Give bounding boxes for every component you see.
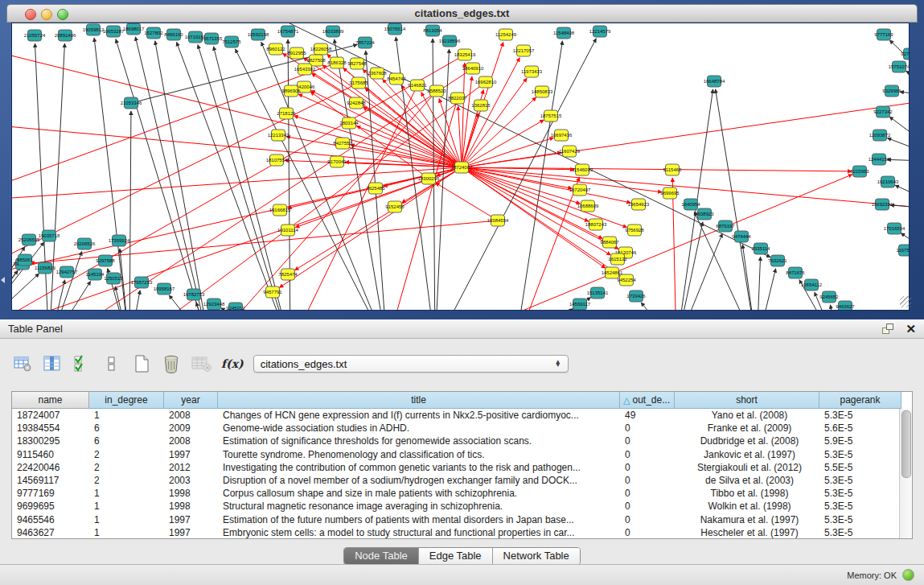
table-scrollbar-thumb[interactable] bbox=[901, 410, 911, 478]
graph-node[interactable]: 16754871 bbox=[277, 26, 299, 37]
table-row[interactable]: 1872400712008Changes of HCN gene express… bbox=[12, 409, 912, 422]
graph-node[interactable]: 20891406 bbox=[55, 30, 76, 41]
graph-node[interactable]: 20206526 bbox=[74, 238, 96, 249]
table-row[interactable]: 1456911722003Disruption of a novel membe… bbox=[12, 474, 912, 487]
graph-node[interactable]: 10958167 bbox=[154, 283, 175, 295]
graph-node[interactable]: 12923448 bbox=[203, 299, 225, 310]
graph-node[interactable]: 15076514 bbox=[384, 23, 406, 35]
graph-node[interactable]: 21055724 bbox=[24, 30, 46, 41]
graph-node[interactable]: 7632621 bbox=[768, 255, 787, 266]
graph-node[interactable]: 14569117 bbox=[569, 299, 591, 310]
column-header-out_de[interactable]: △ out_de... bbox=[620, 392, 675, 409]
graph-node[interactable]: 9227342 bbox=[873, 106, 893, 117]
column-header-pagerank[interactable]: pagerank bbox=[819, 392, 901, 409]
graph-node[interactable]: 1640954 bbox=[681, 199, 700, 210]
graph-node[interactable]: 25206505 bbox=[18, 234, 40, 245]
graph-node[interactable]: 1733426 bbox=[626, 290, 646, 302]
graph-node[interactable]: 8471676 bbox=[786, 267, 805, 278]
graph-node[interactable]: 10653287 bbox=[103, 26, 125, 37]
column-header-year[interactable]: year bbox=[164, 392, 218, 409]
graph-node[interactable]: 19218596 bbox=[439, 35, 461, 47]
graph-node[interactable]: 9245012 bbox=[226, 303, 245, 311]
graph-node[interactable]: 9242848 bbox=[347, 97, 366, 109]
graph-node[interactable]: 8466160 bbox=[164, 29, 183, 40]
delete-table-icon[interactable] bbox=[190, 353, 212, 374]
graph-node[interactable]: 21053346 bbox=[121, 97, 142, 109]
graph-node[interactable]: 10697436 bbox=[551, 130, 573, 141]
show-columns-icon[interactable] bbox=[41, 353, 64, 374]
graph-node[interactable]: 2718126 bbox=[277, 108, 296, 119]
graph-node[interactable]: 8938923 bbox=[695, 208, 714, 220]
table-scrollbar[interactable] bbox=[899, 409, 912, 538]
create-column-icon[interactable] bbox=[130, 353, 153, 374]
graph-node[interactable]: 2935114 bbox=[752, 243, 771, 254]
select-columns-icon[interactable] bbox=[71, 353, 93, 374]
close-panel-icon[interactable]: ✕ bbox=[906, 323, 916, 335]
graph-node[interactable]: 12444158 bbox=[869, 154, 890, 165]
graph-node[interactable]: 17359924 bbox=[109, 235, 130, 246]
table-row[interactable]: 1830029562008Estimation of significance … bbox=[12, 435, 912, 447]
graph-node[interactable]: 1145194 bbox=[86, 269, 105, 280]
graph-node[interactable]: 1362815 bbox=[471, 100, 491, 111]
graph-node[interactable]: 12214579 bbox=[589, 26, 611, 37]
graph-node[interactable]: 19654923 bbox=[628, 199, 650, 210]
graph-node[interactable]: 9699695 bbox=[660, 187, 680, 199]
window-resize-grip[interactable] bbox=[900, 296, 911, 307]
graph-node[interactable]: 19384554 bbox=[487, 215, 509, 226]
graph-node[interactable]: 1167533 bbox=[897, 245, 910, 256]
graph-node[interactable]: 9152450 bbox=[385, 201, 405, 212]
graph-node[interactable]: 11546093 bbox=[572, 164, 593, 175]
graph-node[interactable]: 9146821 bbox=[408, 80, 427, 91]
graph-node[interactable]: 9777169 bbox=[874, 29, 893, 40]
graph-node[interactable]: 8813054 bbox=[423, 25, 442, 36]
graph-node[interactable]: 7625485 bbox=[366, 183, 385, 194]
network-canvas[interactable]: 1872400721055724208914061905981210653287… bbox=[11, 23, 910, 311]
network-window-titlebar[interactable]: citations_edges.txt bbox=[6, 4, 918, 23]
column-header-short[interactable]: short bbox=[675, 392, 819, 409]
table-row[interactable]: 946362711997Embryonic stem cells: a mode… bbox=[12, 526, 912, 539]
graph-node[interactable]: 18640910 bbox=[462, 63, 484, 74]
graph-node[interactable]: 9827548 bbox=[347, 58, 367, 69]
graph-node[interactable]: 9115460 bbox=[663, 164, 683, 175]
graph-node[interactable]: 9245652 bbox=[819, 291, 839, 303]
graph-node[interactable]: 16782753 bbox=[183, 289, 205, 300]
graph-node[interactable]: 1588520 bbox=[427, 85, 446, 97]
graph-node[interactable]: 18807243 bbox=[585, 219, 607, 230]
graph-node[interactable]: 11973433 bbox=[521, 66, 543, 77]
table-source-dropdown[interactable]: citations_edges.txt ▲▼ bbox=[253, 355, 569, 373]
table-row[interactable]: 977716911998Corpus callosum shape and si… bbox=[12, 487, 912, 500]
graph-node[interactable]: 18226058 bbox=[310, 43, 332, 55]
graph-node[interactable]: 12093872 bbox=[869, 130, 891, 141]
graph-node[interactable]: 17957253 bbox=[131, 277, 153, 288]
graph-node[interactable]: 8822037 bbox=[448, 93, 467, 104]
graph-node[interactable]: 8912955 bbox=[287, 47, 306, 59]
graph-node[interactable]: 11607429 bbox=[559, 146, 581, 157]
graph-node[interactable]: 15135141 bbox=[587, 287, 609, 299]
graph-node[interactable]: 16648784 bbox=[704, 76, 725, 87]
graph-node[interactable]: 2367608 bbox=[368, 68, 387, 79]
graph-node[interactable]: 19166815 bbox=[269, 204, 291, 216]
graph-node[interactable]: 9272754 bbox=[901, 48, 910, 60]
column-header-title[interactable]: title bbox=[218, 392, 620, 409]
graph-node[interactable]: 2803144 bbox=[339, 117, 359, 129]
graph-node[interactable]: 16033809 bbox=[322, 26, 344, 37]
graph-node[interactable]: 7512575 bbox=[222, 36, 241, 47]
graph-node[interactable]: 11254249 bbox=[495, 29, 517, 40]
graph-node[interactable]: 9297588 bbox=[96, 255, 115, 266]
table-row[interactable]: 946554611997Estimation of the future num… bbox=[12, 513, 912, 526]
column-header-name[interactable]: name bbox=[12, 392, 89, 409]
graph-node[interactable]: 6879197 bbox=[716, 220, 735, 232]
graph-node[interactable]: 14850833 bbox=[532, 86, 553, 97]
graph-node[interactable]: 1250515 bbox=[104, 273, 123, 284]
graph-node[interactable]: 10592198 bbox=[248, 29, 269, 40]
graph-node[interactable]: 985061 bbox=[17, 254, 34, 266]
graph-node[interactable]: 9884067 bbox=[600, 237, 619, 248]
graph-node[interactable]: 7825474 bbox=[278, 269, 298, 280]
table-row[interactable]: 911546021997Tourette syndrome. Phenomeno… bbox=[12, 448, 912, 461]
graph-node[interactable]: 8454743 bbox=[387, 73, 406, 84]
graph-node[interactable]: 1615132 bbox=[608, 253, 627, 265]
graph-node[interactable]: 9896906 bbox=[281, 85, 301, 97]
graph-node[interactable]: 9170041 bbox=[327, 156, 347, 167]
graph-node[interactable]: 8186328 bbox=[327, 57, 347, 68]
float-panel-icon[interactable] bbox=[882, 323, 894, 334]
